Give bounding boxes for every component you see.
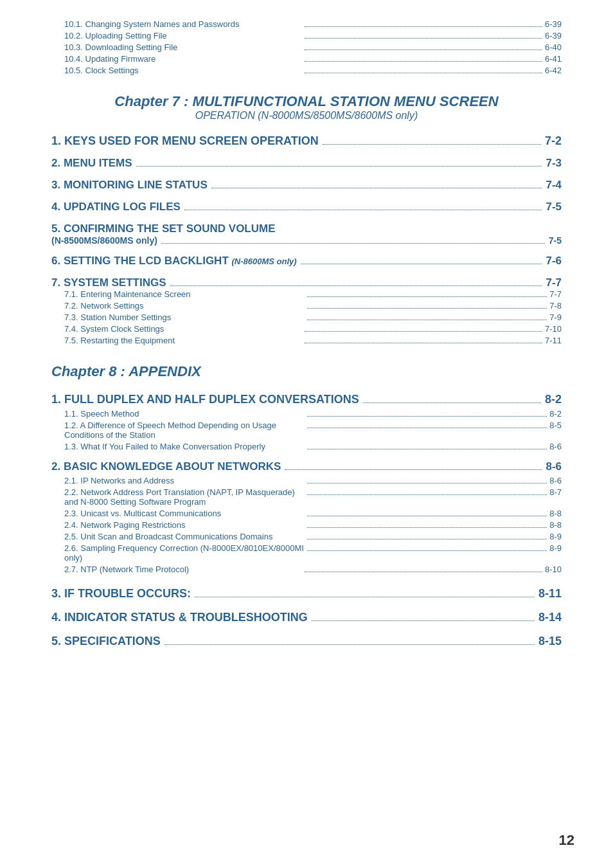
ch8-s2-sub-5: 2.5. Unit Scan and Broadcast Communicati… [51, 532, 562, 541]
ch7-section-4: 4. UPDATING LOG FILES 7-5 [51, 201, 562, 213]
ch8-section-3: 3. IF TROUBLE OCCURS: 8-11 [51, 587, 562, 601]
toc-entry-10-2: 10.2. Uploading Setting File 6-39 [51, 31, 562, 41]
ch7-s7-sub-2: 7.2. Network Settings 7-8 [51, 301, 562, 311]
toc-entry-10-5: 10.5. Clock Settings 6-42 [51, 66, 562, 75]
chapter7-heading: Chapter 7 : MULTIFUNCTIONAL STATION MENU… [51, 93, 562, 122]
top-toc-entries: 10.1. Changing System Names and Password… [51, 19, 562, 75]
ch8-s2-sub-2: 2.2. Network Address Port Translation (N… [51, 487, 562, 507]
ch7-section-2: 2. MENU ITEMS 7-3 [51, 157, 562, 170]
ch7-s7-sub-1: 7.1. Entering Maintenance Screen 7-7 [51, 289, 562, 299]
ch8-s2-sub-1: 2.1. IP Networks and Address 8-6 [51, 476, 562, 485]
ch7-section-3: 3. MONITORING LINE STATUS 7-4 [51, 179, 562, 192]
ch7-section-6: 6. SETTING THE LCD BACKLIGHT (N-8600MS o… [51, 255, 562, 267]
ch7-section-1: 1. KEYS USED FOR MENU SCREEN OPERATION 7… [51, 134, 562, 148]
ch8-s2-sub-3: 2.3. Unicast vs. Multicast Communication… [51, 509, 562, 518]
ch7-s7-sub-4: 7.4. System Clock Settings 7-10 [51, 324, 562, 334]
ch8-s2-subsections: 2.1. IP Networks and Address 8-6 2.2. Ne… [51, 476, 562, 574]
ch8-s1-sub-1: 1.1. Speech Method 8-2 [51, 409, 562, 419]
ch8-s1-sub-2: 1.2. A Difference of Speech Method Depen… [51, 420, 562, 440]
ch7-s7-subsections: 7.1. Entering Maintenance Screen 7-7 7.2… [51, 289, 562, 345]
ch7-section-5-sub: (N-8500MS/8600MS only) 7-5 [51, 235, 562, 246]
ch8-s2-sub-4: 2.4. Network Paging Restrictions 8-8 [51, 520, 562, 530]
toc-entry-10-3: 10.3. Downloading Setting File 6-40 [51, 42, 562, 52]
chapter8-heading: Chapter 8 : APPENDIX [51, 363, 562, 380]
ch8-section-5: 5. SPECIFICATIONS 8-15 [51, 635, 562, 648]
ch7-section-5-title: 5. CONFIRMING THE SET SOUND VOLUME [51, 222, 562, 235]
ch8-section-2: 2. BASIC KNOWLEDGE ABOUT NETWORKS 8-6 [51, 460, 562, 473]
ch8-s1-sub-3: 1.3. What If You Failed to Make Conversa… [51, 442, 562, 451]
ch7-s7-sub-5: 7.5. Restarting the Equipment 7-11 [51, 336, 562, 345]
ch8-s2-sub-6: 2.6. Sampling Frequency Correction (N-80… [51, 543, 562, 563]
ch8-section-4: 4. INDICATOR STATUS & TROUBLESHOOTING 8-… [51, 611, 562, 624]
ch8-section-1: 1. FULL DUPLEX AND HALF DUPLEX CONVERSAT… [51, 393, 562, 406]
ch7-section-7: 7. SYSTEM SETTINGS 7-7 [51, 276, 562, 289]
page-number: 12 [559, 832, 574, 849]
toc-entry-10-1: 10.1. Changing System Names and Password… [51, 19, 562, 29]
ch8-s1-subsections: 1.1. Speech Method 8-2 1.2. A Difference… [51, 409, 562, 451]
toc-entry-10-4: 10.4. Updating Firmware 6-41 [51, 54, 562, 64]
ch8-s2-sub-7: 2.7. NTP (Network Time Protocol) 8-10 [51, 565, 562, 574]
ch7-s7-sub-3: 7.3. Station Number Settings 7-9 [51, 312, 562, 322]
